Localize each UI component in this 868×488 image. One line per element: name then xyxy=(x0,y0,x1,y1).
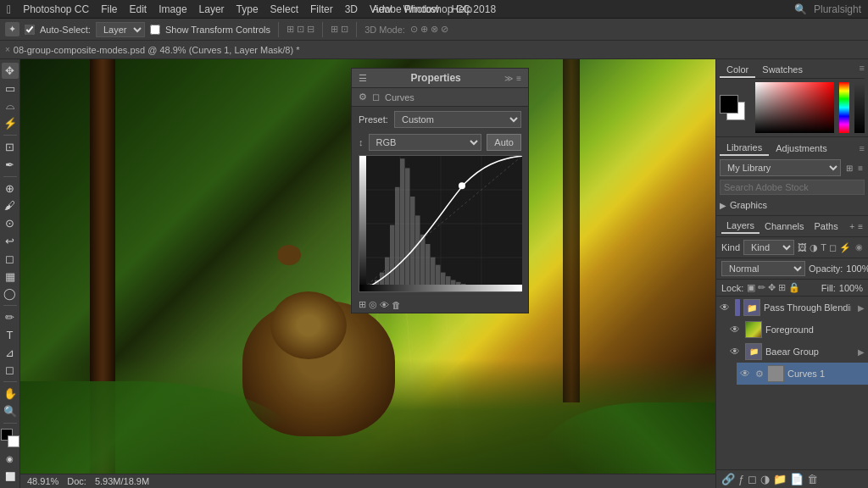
auto-select-dropdown[interactable]: Layer xyxy=(96,22,145,37)
lasso-tool[interactable]: ⌓ xyxy=(2,98,19,114)
libraries-tab[interactable]: Libraries xyxy=(720,141,769,156)
auto-select-checkbox[interactable] xyxy=(25,25,35,35)
brush-tool[interactable]: 🖌 xyxy=(2,197,19,214)
gradient-tool[interactable]: ▦ xyxy=(2,269,19,285)
layer-visibility-eye-2[interactable]: 👁 xyxy=(730,324,742,336)
pixel-filter-icon[interactable]: 🖼 xyxy=(798,242,807,253)
color-panel-menu[interactable]: ≡ xyxy=(860,63,865,78)
auto-button[interactable]: Auto xyxy=(487,134,521,151)
lock-all-icon[interactable]: 🔒 xyxy=(788,282,800,293)
preset-dropdown[interactable]: Custom xyxy=(394,111,521,128)
clip-icon[interactable]: ◎ xyxy=(369,299,377,310)
heal-tool[interactable]: ⊕ xyxy=(2,180,19,197)
add-style-icon[interactable]: ƒ xyxy=(738,473,744,485)
lock-position-icon[interactable]: ✥ xyxy=(768,282,776,293)
menu-filter[interactable]: Filter xyxy=(310,3,333,15)
lib-list-view[interactable]: ≡ xyxy=(856,162,865,175)
hand-tool[interactable]: ✋ xyxy=(2,385,19,402)
eyedropper-tool[interactable]: ✒ xyxy=(2,157,19,173)
library-dropdown[interactable]: My Library xyxy=(720,159,841,176)
add-mask-icon[interactable]: ◻ xyxy=(748,473,757,485)
panel-menu-icon[interactable]: ≡ xyxy=(516,74,521,83)
search-icon[interactable]: 🔍 xyxy=(794,3,807,15)
show-transform-checkbox[interactable] xyxy=(150,25,160,35)
menu-3d[interactable]: 3D xyxy=(345,3,358,15)
dodge-tool[interactable]: ◯ xyxy=(2,286,19,302)
bear-group-expand-arrow[interactable]: ▶ xyxy=(858,347,865,357)
adjustment-filter-icon[interactable]: ◑ xyxy=(810,242,818,253)
layer-visibility-eye[interactable]: 👁 xyxy=(720,302,732,313)
new-group-btn[interactable]: 📁 xyxy=(773,473,787,485)
magic-wand-tool[interactable]: ⚡ xyxy=(2,115,19,131)
tab-close-button[interactable]: × xyxy=(5,45,10,54)
move-tool[interactable]: ✥ xyxy=(2,63,19,79)
menu-photoshop[interactable]: Photoshop CC xyxy=(23,3,89,15)
swatches-tab[interactable]: Swatches xyxy=(755,63,810,78)
color-tab[interactable]: Color xyxy=(720,63,755,78)
screen-mode-btn[interactable]: ⬜ xyxy=(2,469,19,485)
opacity-bar[interactable] xyxy=(854,82,865,133)
channels-tab[interactable]: Channels xyxy=(760,219,809,233)
opacity-value[interactable]: 100% xyxy=(846,263,868,274)
graphics-arrow[interactable]: ▶ xyxy=(720,201,726,210)
text-filter-icon[interactable]: T xyxy=(821,242,826,253)
color-picker[interactable] xyxy=(755,82,834,133)
group-expand-arrow[interactable]: ▶ xyxy=(858,303,865,313)
filter-toggle[interactable]: ◉ xyxy=(855,242,863,253)
tab-filename[interactable]: 08-group-composite-modes.psd @ 48.9% (Cu… xyxy=(14,45,300,55)
new-layer-btn[interactable]: 📄 xyxy=(790,473,804,485)
apple-menu[interactable]:  xyxy=(7,3,11,16)
lock-artboard-icon[interactable]: ⊞ xyxy=(778,282,786,293)
menu-image[interactable]: Image xyxy=(159,3,186,15)
layers-tab[interactable]: Layers xyxy=(721,219,760,234)
visibility-icon[interactable]: 👁 xyxy=(380,300,389,310)
menu-type[interactable]: Type xyxy=(236,3,259,15)
lib-search-input[interactable] xyxy=(720,180,865,195)
kind-dropdown[interactable]: Kind xyxy=(743,240,794,255)
layers-menu-icon[interactable]: ≡ xyxy=(858,222,863,231)
delete-layer-btn[interactable]: 🗑 xyxy=(807,473,818,485)
curves-graph[interactable] xyxy=(359,155,521,292)
text-tool[interactable]: T xyxy=(2,327,19,343)
background-color-swatch[interactable] xyxy=(8,435,19,447)
menu-edit[interactable]: Edit xyxy=(130,3,147,15)
layer-visibility-eye-3[interactable]: 👁 xyxy=(730,346,742,358)
path-tool[interactable]: ⊿ xyxy=(2,345,19,361)
foreground-color-box[interactable] xyxy=(720,95,738,114)
new-group-icon[interactable]: + xyxy=(849,222,854,231)
fill-value[interactable]: 100% xyxy=(839,283,863,293)
hue-bar[interactable] xyxy=(839,82,849,133)
layer-icon[interactable]: ⊞ xyxy=(359,299,366,310)
delete-icon[interactable]: 🗑 xyxy=(392,300,401,310)
menu-select[interactable]: Select xyxy=(270,3,298,15)
rgb-channel-dropdown[interactable]: RGB Red Green Blue xyxy=(369,134,482,151)
menu-file[interactable]: File xyxy=(101,3,117,15)
lib-grid-view[interactable]: ⊞ xyxy=(844,162,854,175)
quick-mask-btn[interactable]: ◉ xyxy=(2,451,19,467)
layer-item-foreground[interactable]: 👁 Foreground xyxy=(726,319,868,341)
zoom-tool[interactable]: 🔍 xyxy=(2,403,19,419)
layer-item-curves[interactable]: 👁 ⚙ Curves 1 xyxy=(737,363,868,385)
eraser-tool[interactable]: ◻ xyxy=(2,251,19,267)
layer-item-bear-group[interactable]: 👁 📁 Baear Group ▶ xyxy=(726,341,868,363)
shape-tool[interactable]: ◻ xyxy=(2,363,19,379)
menu-layer[interactable]: Layer xyxy=(199,3,225,15)
shape-filter-icon[interactable]: ◻ xyxy=(829,242,837,253)
crop-tool[interactable]: ⊡ xyxy=(2,139,19,155)
lock-transparent-icon[interactable]: ▣ xyxy=(747,282,755,293)
blend-mode-dropdown[interactable]: Normal Pass Through Multiply Screen xyxy=(721,261,805,276)
pen-tool[interactable]: ✏ xyxy=(2,309,19,325)
link-layers-icon[interactable]: 🔗 xyxy=(721,473,735,485)
lock-paint-icon[interactable]: ✏ xyxy=(758,282,765,293)
adjustment-layer-icon[interactable]: ◑ xyxy=(760,473,770,485)
panel-expand-icon[interactable]: ≫ xyxy=(504,74,513,83)
smart-filter-icon[interactable]: ⚡ xyxy=(839,242,851,253)
adjustments-tab[interactable]: Adjustments xyxy=(769,141,834,155)
layer-visibility-eye-4[interactable]: 👁 xyxy=(740,368,752,380)
history-tool[interactable]: ↩ xyxy=(2,233,19,249)
marquee-tool[interactable]: ▭ xyxy=(2,80,19,97)
paths-tab[interactable]: Paths xyxy=(810,219,843,233)
lib-menu-icon[interactable]: ≡ xyxy=(860,143,865,153)
clone-tool[interactable]: ⊙ xyxy=(2,215,19,231)
layer-item-pass-through[interactable]: 👁 📁 Pass Through Blending ▶ xyxy=(716,297,868,319)
